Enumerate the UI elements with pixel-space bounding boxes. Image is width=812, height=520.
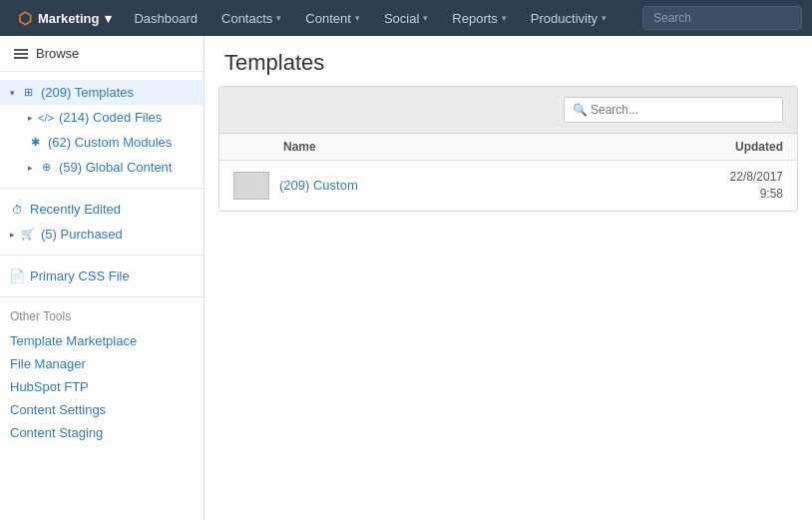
- purchased-chevron-icon: ▸: [10, 230, 15, 240]
- wrench-icon: ✱: [28, 136, 42, 150]
- sidebar-item-templates[interactable]: ▾ ⊞ (209) Templates: [0, 80, 203, 105]
- sidebar-item-global-content[interactable]: ▸ ⊕ (59) Global Content: [0, 155, 203, 180]
- top-navigation: ⬡ Marketing ▾ Dashboard Contacts ▾ Conte…: [0, 0, 812, 36]
- content-chevron: ▾: [355, 13, 360, 23]
- table-header: Name Updated: [219, 134, 797, 161]
- coded-chevron-icon: ▸: [28, 113, 33, 123]
- nav-social[interactable]: Social ▾: [374, 0, 438, 36]
- other-tools-label: Other Tools: [0, 297, 203, 329]
- code-icon: </>: [39, 111, 53, 125]
- social-chevron: ▾: [423, 13, 428, 23]
- templates-table: 🔍 Name Updated (209) Custom 22/8/2017 9:…: [218, 86, 798, 212]
- other-tools-content-settings[interactable]: Content Settings: [0, 398, 203, 421]
- brand-chevron: ▾: [105, 11, 112, 26]
- nav-reports[interactable]: Reports ▾: [442, 0, 517, 36]
- nav-contacts[interactable]: Contacts ▾: [211, 0, 291, 36]
- browse-button[interactable]: Browse: [0, 36, 203, 72]
- hamburger-icon: [14, 49, 28, 59]
- sidebar-item-purchased[interactable]: ▸ 🛒 (5) Purchased: [0, 222, 203, 247]
- col-header-updated: Updated: [663, 140, 783, 154]
- browse-label: Browse: [36, 46, 79, 61]
- other-tools-template-marketplace[interactable]: Template Marketplace: [0, 329, 203, 352]
- template-name[interactable]: (209) Custom: [279, 178, 663, 193]
- sidebar-item-recently-edited[interactable]: ⏱ Recently Edited: [0, 197, 203, 222]
- cart-icon: 🛒: [21, 228, 35, 242]
- template-updated: 22/8/2017 9:58: [663, 169, 783, 203]
- sidebar-item-custom-modules[interactable]: ✱ (62) Custom Modules: [0, 130, 203, 155]
- other-tools-section: Other Tools Template Marketplace File Ma…: [0, 297, 203, 520]
- sidebar-item-primary-css[interactable]: 📄 Primary CSS File: [0, 263, 203, 288]
- sidebar-tree-section: ▾ ⊞ (209) Templates ▸ </> (214) Coded Fi…: [0, 72, 203, 189]
- sidebar: Browse ▾ ⊞ (209) Templates ▸ </> (214) C…: [0, 36, 204, 520]
- contacts-chevron: ▾: [276, 13, 281, 23]
- other-tools-content-staging[interactable]: Content Staging: [0, 421, 203, 444]
- templates-chevron-icon: ▾: [10, 88, 15, 98]
- nav-search-input[interactable]: [642, 6, 802, 30]
- reports-chevron: ▾: [502, 13, 507, 23]
- brand-label: Marketing: [38, 11, 99, 26]
- table-search-wrap: 🔍: [564, 97, 783, 123]
- nav-productivity[interactable]: Productivity ▾: [521, 0, 616, 36]
- sidebar-extra-section: ⏱ Recently Edited ▸ 🛒 (5) Purchased: [0, 189, 203, 256]
- nav-content[interactable]: Content ▾: [295, 0, 370, 36]
- other-tools-file-manager[interactable]: File Manager: [0, 352, 203, 375]
- brand-logo[interactable]: ⬡ Marketing ▾: [10, 9, 120, 28]
- table-row[interactable]: (209) Custom 22/8/2017 9:58: [219, 161, 797, 211]
- clock-icon: ⏱: [10, 203, 24, 217]
- nav-dashboard[interactable]: Dashboard: [124, 0, 207, 36]
- productivity-chevron: ▾: [602, 13, 607, 23]
- hubspot-icon: ⬡: [18, 9, 32, 28]
- template-thumbnail: [233, 172, 269, 200]
- templates-grid-icon: ⊞: [21, 86, 35, 100]
- other-tools-hubspot-ftp[interactable]: HubSpot FTP: [0, 375, 203, 398]
- page-title: Templates: [204, 36, 812, 86]
- css-file-icon: 📄: [10, 269, 24, 283]
- app-layout: Browse ▾ ⊞ (209) Templates ▸ </> (214) C…: [0, 36, 812, 520]
- global-chevron-icon: ▸: [28, 163, 33, 173]
- sidebar-item-coded-files[interactable]: ▸ </> (214) Coded Files: [0, 105, 203, 130]
- sidebar-primary-css-section: 📄 Primary CSS File: [0, 256, 203, 297]
- globe-icon: ⊕: [39, 161, 53, 175]
- table-search-input[interactable]: [564, 97, 783, 123]
- main-content: Templates 🔍 Name Updated (209) Custom: [204, 36, 812, 520]
- table-search-bar: 🔍: [219, 87, 797, 134]
- col-header-name: Name: [283, 140, 663, 154]
- table-search-icon: 🔍: [573, 103, 588, 117]
